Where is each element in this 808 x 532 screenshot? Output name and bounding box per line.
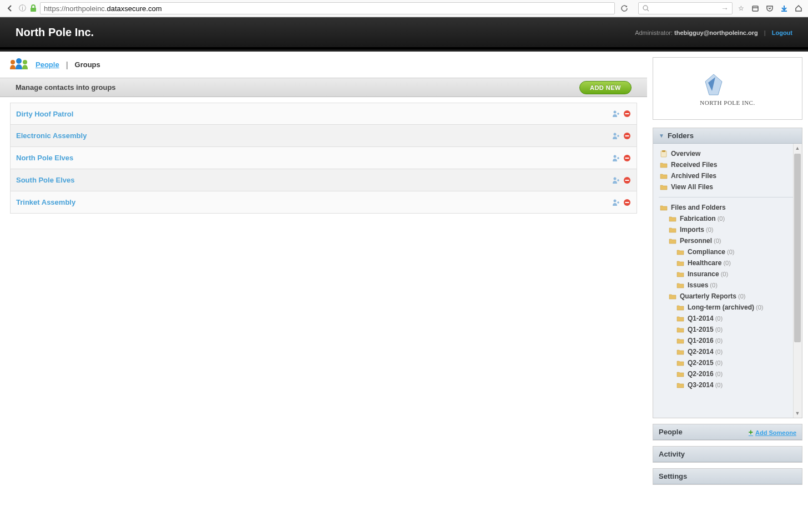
svg-point-9 xyxy=(614,111,617,114)
url-prefix: https:// xyxy=(44,4,65,13)
company-logo-icon xyxy=(700,72,728,99)
activity-panel-header[interactable]: Activity xyxy=(653,447,802,462)
member-icon[interactable] xyxy=(612,132,620,140)
group-name-link[interactable]: South Pole Elves xyxy=(16,176,74,184)
folder-tree-item[interactable]: Q1-2015(0) xyxy=(658,324,800,335)
folder-label: Issues xyxy=(688,281,708,289)
folder-tree-item[interactable]: Q3-2014(0) xyxy=(658,379,800,391)
delete-icon[interactable] xyxy=(623,154,631,162)
svg-point-18 xyxy=(614,177,617,180)
tab-people[interactable]: People xyxy=(36,60,59,69)
group-row: Electronic Assembly xyxy=(10,125,637,147)
folder-label: Q1-2015 xyxy=(688,326,714,333)
folder-quick-item[interactable]: Overview xyxy=(658,148,800,159)
folders-body: OverviewReceived FilesArchived FilesView… xyxy=(653,144,802,418)
delete-icon[interactable] xyxy=(623,176,631,184)
group-name-link[interactable]: Dirty Hoof Patrol xyxy=(16,110,73,118)
folder-divider xyxy=(659,197,796,197)
add-new-button[interactable]: ADD NEW xyxy=(579,81,632,94)
scroll-up-arrow[interactable]: ▲ xyxy=(795,145,800,151)
folder-tree-item[interactable]: Q1-2014(0) xyxy=(658,313,800,324)
scrollbar-track[interactable]: ▲ ▼ xyxy=(793,144,802,418)
reload-button[interactable] xyxy=(620,4,633,12)
url-bar[interactable]: https://northpoleinc.dataxsecure.com xyxy=(40,2,615,14)
folder-count: (0) xyxy=(718,215,725,222)
folder-quick-item[interactable]: View All Files xyxy=(658,181,800,192)
scroll-down-arrow[interactable]: ▼ xyxy=(795,411,800,416)
app-header: North Pole Inc. Administrator: thebigguy… xyxy=(0,17,808,49)
folder-label: Q1-2014 xyxy=(688,315,714,322)
svg-line-2 xyxy=(647,9,649,11)
folders-title: Folders xyxy=(668,131,694,140)
company-logo-text: NORTH POLE INC. xyxy=(700,99,755,106)
folder-tree-item[interactable]: Personnel(0) xyxy=(658,235,800,246)
pocket-icon[interactable] xyxy=(764,2,776,14)
folder-count: (0) xyxy=(710,282,717,288)
folder-label: Received Files xyxy=(671,161,717,169)
folder-count: (0) xyxy=(715,326,723,333)
group-actions xyxy=(612,154,631,162)
folder-quick-item[interactable]: Received Files xyxy=(658,159,800,170)
member-icon[interactable] xyxy=(612,199,620,206)
people-panel-header[interactable]: People +Add Someone xyxy=(653,424,802,440)
settings-panel-header[interactable]: Settings xyxy=(653,469,802,484)
main-area: People | Groups Manage contacts into gro… xyxy=(0,52,808,532)
tab-divider: | xyxy=(66,60,68,69)
tab-bar: People | Groups xyxy=(0,52,647,78)
group-name-link[interactable]: Electronic Assembly xyxy=(16,131,87,140)
group-name-link[interactable]: Trinket Assembly xyxy=(16,198,75,206)
folder-tree-item[interactable]: Compliance(0) xyxy=(658,246,800,257)
folder-tree-item[interactable]: Healthcare(0) xyxy=(658,257,800,268)
group-row: Dirty Hoof Patrol xyxy=(10,103,637,125)
folder-label: Compliance xyxy=(688,248,725,256)
svg-rect-14 xyxy=(625,135,629,136)
logout-link[interactable]: Logout xyxy=(772,29,792,36)
tab-groups[interactable]: Groups xyxy=(75,60,100,69)
folder-tree-item[interactable]: Long-term (archived)(0) xyxy=(658,302,800,313)
folder-tree-item[interactable]: Q2-2016(0) xyxy=(658,368,800,379)
folder-tree-item[interactable]: Quarterly Reports(0) xyxy=(658,291,800,302)
group-row: North Pole Elves xyxy=(10,147,637,169)
svg-rect-0 xyxy=(31,8,36,12)
folder-root[interactable]: Files and Folders xyxy=(658,202,800,213)
admin-label: Administrator: xyxy=(635,29,674,36)
group-list: Dirty Hoof Patrol Electronic Assembly No… xyxy=(0,97,647,219)
folder-quick-item[interactable]: Archived Files xyxy=(658,170,800,181)
delete-icon[interactable] xyxy=(623,110,631,118)
folder-tree-item[interactable]: Insurance(0) xyxy=(658,268,800,280)
folder-tree-item[interactable]: Q2-2014(0) xyxy=(658,346,800,357)
page-info-icon[interactable]: ⓘ xyxy=(19,3,28,13)
folder-tree-item[interactable]: Q2-2015(0) xyxy=(658,357,800,368)
bookmark-icon[interactable]: ☆ xyxy=(735,2,747,14)
delete-icon[interactable] xyxy=(623,132,631,140)
delete-icon[interactable] xyxy=(623,199,631,206)
group-actions xyxy=(612,132,631,140)
back-button[interactable] xyxy=(3,2,17,15)
member-icon[interactable] xyxy=(612,154,620,162)
group-name-link[interactable]: North Pole Elves xyxy=(16,154,73,162)
folder-label: Overview xyxy=(671,150,700,158)
folder-tree-item[interactable]: Q1-2016(0) xyxy=(658,335,800,346)
group-actions xyxy=(612,176,631,184)
scrollbar-thumb[interactable] xyxy=(794,154,801,342)
folders-panel-header[interactable]: ▼ Folders xyxy=(653,128,802,144)
folder-tree-item[interactable]: Imports(0) xyxy=(658,224,800,235)
folder-tree-item[interactable]: Issues(0) xyxy=(658,280,800,291)
member-icon[interactable] xyxy=(612,110,620,118)
home-icon[interactable] xyxy=(792,2,805,14)
chevron-down-icon: ▼ xyxy=(659,133,664,139)
admin-email: thebigguy@northpoleinc.org xyxy=(674,29,758,36)
member-icon[interactable] xyxy=(612,176,620,184)
library-icon[interactable] xyxy=(749,2,761,14)
left-column: People | Groups Manage contacts into gro… xyxy=(0,52,647,532)
admin-info: Administrator: thebigguy@northpoleinc.or… xyxy=(635,29,792,36)
folder-count: (0) xyxy=(714,237,721,244)
folder-tree-item[interactable]: Fabrication(0) xyxy=(658,213,800,224)
group-row: Trinket Assembly xyxy=(10,191,637,214)
browser-search[interactable]: → xyxy=(638,2,733,14)
svg-rect-27 xyxy=(662,150,665,152)
folder-count: (0) xyxy=(723,260,730,266)
folder-count: (0) xyxy=(727,249,734,255)
downloads-icon[interactable] xyxy=(778,2,790,14)
add-someone-link[interactable]: +Add Someone xyxy=(749,428,796,437)
